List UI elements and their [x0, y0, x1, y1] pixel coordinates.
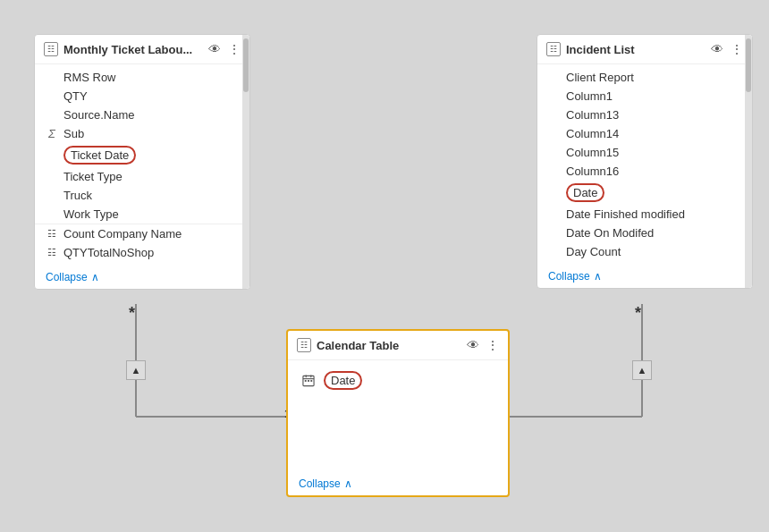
- none-icon: [46, 149, 58, 162]
- field-client-report: Client Report: [566, 71, 634, 84]
- none-icon: [548, 128, 561, 140]
- field-column14: Column14: [566, 127, 619, 140]
- none-icon: [46, 72, 58, 84]
- none-icon: [548, 208, 561, 221]
- list-item: Day Count: [537, 242, 752, 261]
- right-nav-arrow-up[interactable]: ▲: [632, 360, 652, 380]
- none-icon: [548, 246, 561, 258]
- incident-collapse-link[interactable]: Collapse ∧: [537, 265, 752, 288]
- field-incident-date: Date: [566, 183, 604, 202]
- field-column16: Column16: [566, 165, 619, 178]
- monthly-table-icon: ☷: [44, 42, 58, 56]
- list-item: Column13: [537, 106, 752, 124]
- none-icon: [46, 109, 58, 122]
- left-nav-arrow-up[interactable]: ▲: [126, 360, 146, 380]
- incident-scroll-thumb[interactable]: [746, 38, 751, 92]
- list-item: ☷ QTYTotalNoShop: [35, 243, 249, 262]
- field-column1: Column1: [566, 89, 613, 103]
- field-date-on-modifed: Date On Modifed: [566, 226, 654, 240]
- calendar-more-icon[interactable]: ⋮: [486, 338, 499, 352]
- calendar-chevron-up-icon: ∧: [344, 477, 352, 490]
- left-asterisk-label: *: [129, 304, 135, 323]
- monthly-ticket-card: ☷ Monthly Ticket Labou... 👁 ⋮ RMS Row QT…: [34, 34, 250, 290]
- svg-rect-8: [305, 380, 307, 382]
- sigma-icon: Σ: [46, 128, 58, 140]
- incident-list-card: ☷ Incident List 👁 ⋮ Client Report Column…: [537, 34, 753, 289]
- none-icon: [548, 72, 561, 84]
- none-icon: [46, 90, 58, 103]
- calendar-card-title: Calendar Table: [317, 339, 461, 352]
- none-icon: [548, 147, 561, 159]
- incident-more-icon[interactable]: ⋮: [731, 42, 743, 56]
- monthly-card-title: Monthly Ticket Labou...: [63, 43, 203, 56]
- calendar-date-icon: [302, 375, 315, 387]
- list-item: Column1: [537, 87, 752, 106]
- field-ticket-date: Ticket Date: [63, 146, 136, 165]
- list-item: Date On Modifed: [537, 224, 752, 242]
- list-item: Ticket Type: [35, 167, 249, 186]
- monthly-collapse-link[interactable]: Collapse ∧: [35, 266, 249, 289]
- list-item: Date Finished modified: [537, 205, 752, 224]
- none-icon: [46, 171, 58, 183]
- monthly-scroll-thumb[interactable]: [243, 38, 249, 92]
- incident-chevron-up-icon: ∧: [594, 270, 602, 283]
- field-work-type: Work Type: [63, 207, 119, 221]
- field-count-company-name: Count Company Name: [63, 227, 182, 241]
- svg-rect-9: [308, 380, 309, 382]
- none-icon: [548, 165, 561, 178]
- list-item: Σ Sub: [35, 124, 249, 143]
- field-day-count: Day Count: [566, 245, 621, 258]
- count-table-icon: ☷: [46, 228, 58, 241]
- incident-scrollbar[interactable]: [745, 35, 752, 288]
- list-item: Date: [537, 181, 752, 205]
- incident-table-icon: ☷: [546, 42, 561, 56]
- incident-card-body: Client Report Column1 Column13 Column14 …: [537, 64, 752, 265]
- list-item: Column16: [537, 162, 752, 181]
- list-item: ☷ Count Company Name: [35, 224, 249, 243]
- list-item: Ticket Date: [35, 143, 249, 167]
- field-column15: Column15: [566, 146, 619, 159]
- list-item: QTY: [35, 87, 249, 106]
- field-truck: Truck: [63, 189, 92, 202]
- field-qty: QTY: [63, 89, 88, 103]
- incident-card-title: Incident List: [566, 43, 706, 56]
- none-icon: [548, 109, 561, 122]
- none-icon: [548, 90, 561, 103]
- list-item: RMS Row: [35, 68, 249, 87]
- field-source-name: Source.Name: [63, 108, 134, 122]
- list-item: Column15: [537, 143, 752, 162]
- calendar-eye-icon[interactable]: 👁: [467, 338, 479, 352]
- calendar-collapse-link[interactable]: Collapse ∧: [288, 472, 508, 495]
- incident-eye-icon[interactable]: 👁: [711, 42, 723, 56]
- calendar-table-icon: ☷: [297, 338, 311, 352]
- none-icon: [46, 208, 58, 221]
- monthly-chevron-up-icon: ∧: [91, 271, 99, 283]
- list-item: Client Report: [537, 68, 752, 87]
- field-sub: Sub: [63, 127, 84, 140]
- none-icon: [548, 227, 561, 240]
- field-calendar-date: Date: [324, 371, 362, 390]
- list-item: Work Type: [35, 205, 249, 224]
- qty-table-icon: ☷: [46, 247, 58, 259]
- monthly-scrollbar[interactable]: [242, 35, 249, 289]
- list-item: Column14: [537, 124, 752, 143]
- field-qty-total-no-shop: QTYTotalNoShop: [63, 246, 154, 259]
- monthly-eye-icon[interactable]: 👁: [208, 42, 221, 56]
- monthly-more-icon[interactable]: ⋮: [228, 42, 241, 56]
- calendar-table-card: ☷ Calendar Table 👁 ⋮ Date: [286, 329, 510, 497]
- svg-rect-10: [310, 380, 312, 382]
- none-icon: [46, 190, 58, 202]
- list-item: Truck: [35, 186, 249, 205]
- field-rms-row: RMS Row: [63, 71, 116, 84]
- monthly-card-body: RMS Row QTY Source.Name Σ Sub Ticket Dat…: [35, 64, 249, 266]
- field-ticket-type: Ticket Type: [63, 170, 123, 183]
- list-item: Source.Name: [35, 106, 249, 124]
- field-date-finished-modified: Date Finished modified: [566, 207, 685, 221]
- none-icon: [548, 187, 561, 199]
- field-column13: Column13: [566, 108, 619, 122]
- right-asterisk-label: *: [635, 304, 641, 323]
- calendar-card-body: Date: [288, 360, 508, 472]
- list-item: Date: [288, 364, 508, 397]
